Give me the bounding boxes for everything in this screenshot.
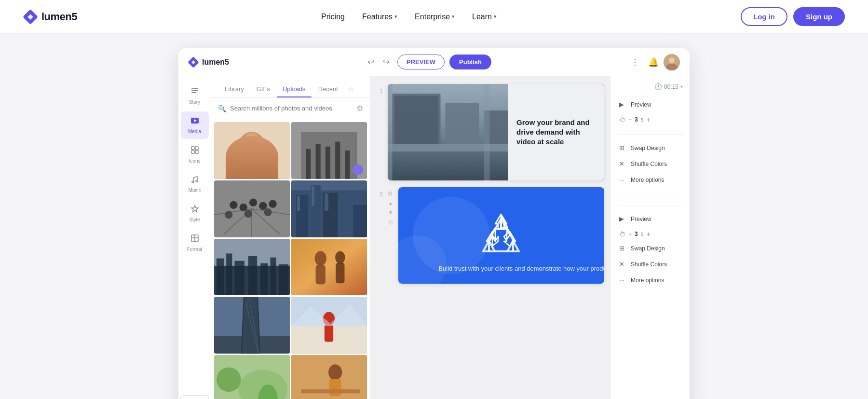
nav-features[interactable]: Features ▾ [362, 13, 397, 21]
more-options-icon[interactable]: ⋮ [627, 56, 643, 69]
slide-card-1[interactable]: Grow your brand and drive demand with vi… [388, 84, 604, 180]
favorites-star-icon[interactable]: ☆ [345, 81, 357, 97]
svg-rect-67 [316, 264, 326, 284]
filter-icon[interactable]: ⚙ [356, 104, 363, 113]
format-icon [190, 234, 199, 245]
publish-button[interactable]: Publish [449, 55, 491, 69]
time-plus-2[interactable]: + [647, 230, 651, 238]
svg-rect-79 [325, 325, 333, 342]
signup-button[interactable]: Sign up [793, 7, 845, 26]
media-thumb-1[interactable] [214, 122, 290, 179]
sidebar-item-music[interactable]: Music [181, 170, 209, 198]
transcript-button[interactable]: Transcript [180, 395, 208, 399]
svg-rect-61 [260, 263, 268, 295]
thumb-image-1 [214, 122, 290, 179]
media-thumb-6[interactable] [291, 239, 367, 296]
media-thumb-9[interactable] [214, 355, 290, 399]
nav-learn[interactable]: Learn ▾ [472, 13, 497, 21]
shuffle-colors-action-2[interactable]: ✕ Shuffle Colors [617, 258, 683, 271]
svg-point-38 [264, 208, 271, 216]
sidebar-story-label: Story [189, 99, 200, 105]
swap-design-action-2[interactable]: ⊞ Swap Design [617, 242, 683, 255]
total-time: 00:15 [664, 83, 678, 90]
sidebar-item-format[interactable]: Format [181, 229, 209, 257]
time-minus[interactable]: − [628, 116, 632, 123]
logo[interactable]: lumen5 [23, 10, 77, 24]
preview-action[interactable]: ▶ Preview [617, 98, 683, 111]
time-seconds-2: 3 [635, 231, 638, 237]
nav-enterprise[interactable]: Enterprise ▾ [415, 13, 455, 21]
tab-library[interactable]: Library [219, 82, 250, 97]
svg-rect-51 [297, 196, 300, 210]
search-input[interactable] [230, 105, 353, 112]
time-minus-2[interactable]: − [628, 231, 632, 237]
login-button[interactable]: Log in [741, 7, 787, 26]
app-logo: lumen5 [188, 57, 229, 68]
slide-down-icon[interactable]: ▼ [388, 209, 393, 216]
logo-diamond-icon [23, 10, 38, 24]
media-thumb-10[interactable] [291, 355, 367, 399]
sidebar-format-label: Format [187, 247, 203, 252]
media-thumb-4[interactable] [291, 180, 367, 237]
sidebar-item-style[interactable]: Style [181, 200, 209, 227]
right-section-design: ⊞ Swap Design ✕ Shuffle Colors ··· More … [617, 141, 683, 196]
preview-action-2[interactable]: ▶ Preview [617, 212, 683, 225]
slide1-heading: Grow your brand and drive demand with vi… [516, 118, 596, 147]
shuffle-colors-action[interactable]: ✕ Shuffle Colors [617, 157, 683, 170]
svg-rect-29 [345, 151, 350, 179]
sidebar-item-story[interactable]: Story [181, 82, 209, 110]
svg-rect-13 [195, 151, 198, 153]
search-icon: 🔍 [218, 105, 226, 112]
thumb-image-5 [214, 239, 290, 296]
tab-uploads[interactable]: Uploads [277, 82, 312, 97]
svg-marker-73 [243, 297, 259, 354]
media-thumb-2[interactable] [291, 122, 367, 179]
media-thumb-5[interactable] [214, 239, 290, 296]
media-thumb-8[interactable] [291, 297, 367, 354]
shuffle-colors-icon-2: ✕ [619, 261, 627, 268]
notification-bell-icon[interactable]: 🔔 [648, 57, 659, 68]
preview-label: Preview [631, 101, 651, 108]
features-chevron-icon: ▾ [394, 14, 397, 20]
slide-duplicate-icon[interactable]: ⧉ [388, 190, 393, 197]
sidebar-item-media[interactable]: Media [181, 111, 209, 139]
slide1-text-overlay: Grow your brand and drive demand with vi… [508, 84, 604, 180]
svg-rect-62 [271, 257, 276, 295]
svg-point-68 [335, 251, 345, 263]
shuffle-colors-label: Shuffle Colors [631, 161, 667, 167]
media-thumb-3[interactable] [214, 180, 290, 237]
tab-gifs[interactable]: GIFs [251, 82, 276, 97]
time-controls-2: ⏱ − 3 s + [617, 228, 683, 242]
svg-rect-97 [395, 96, 438, 144]
slide-card-2[interactable]: Build trust with your clients and demons… [398, 187, 604, 284]
thumb-image-9 [214, 355, 290, 399]
svg-rect-27 [326, 147, 330, 179]
svg-point-22 [232, 154, 271, 179]
undo-button[interactable]: ↩ [365, 55, 377, 69]
more-options-action-2[interactable]: ··· More options [617, 274, 683, 287]
media-thumb-7[interactable] [214, 297, 290, 354]
sidebar: Story Media Icons [178, 76, 211, 399]
tab-recent[interactable]: Recent [312, 82, 344, 97]
time-plus[interactable]: + [647, 116, 651, 124]
more-options-action[interactable]: ··· More options [617, 173, 683, 186]
sidebar-item-icons[interactable]: Icons [181, 141, 209, 168]
nav-pricing[interactable]: Pricing [321, 13, 345, 21]
svg-point-35 [269, 200, 277, 207]
swap-design-action[interactable]: ⊞ Swap Design [617, 141, 683, 154]
slide-up-icon[interactable]: ▲ [388, 200, 393, 206]
app-window: lumen5 ↩ ↪ PREVIEW Publish ⋮ 🔔 [178, 48, 690, 399]
media-search-bar: 🔍 ⚙ [211, 98, 370, 119]
svg-point-37 [244, 210, 252, 218]
redo-button[interactable]: ↪ [380, 55, 393, 69]
undo-redo-controls: ↩ ↪ [365, 55, 393, 69]
svg-rect-103 [484, 84, 490, 180]
svg-point-3 [669, 57, 675, 63]
preview-button[interactable]: PREVIEW [397, 55, 445, 69]
user-avatar[interactable] [664, 54, 680, 70]
thumb-image-10 [291, 355, 367, 399]
logo-text: lumen5 [41, 11, 77, 23]
svg-rect-53 [325, 193, 328, 211]
slide2-right-controls: ▶ Preview ⏱ − 3 s + ⊞ Swap Design [617, 205, 683, 289]
slide-camera-icon[interactable]: ⊙ [388, 219, 393, 226]
